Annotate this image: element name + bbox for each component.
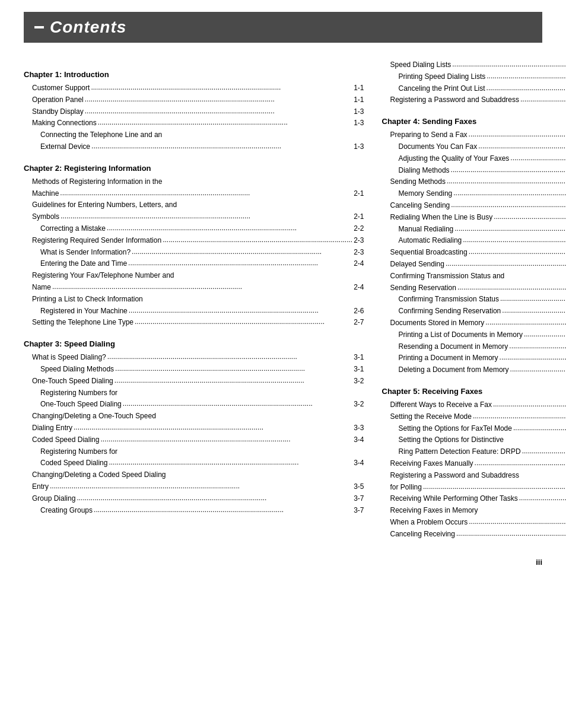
entry-text: Confirming Transmission Status and xyxy=(390,271,505,282)
left-column: Chapter 1: IntroductionCustomer Support.… xyxy=(24,59,364,540)
entry-page: 1-1 xyxy=(354,82,364,94)
toc-entry: Canceling Receiving.....................… xyxy=(382,529,566,541)
entry-page: 3-7 xyxy=(354,493,364,505)
entry-text: Adjusting the Quality of Your Faxes xyxy=(399,153,510,165)
entry-dots: ........................................… xyxy=(100,434,352,446)
entry-text: Setting the Receive Mode xyxy=(390,411,472,423)
toc-entry: Coded Speed Dialing.....................… xyxy=(24,457,364,469)
entry-text: Group Dialing xyxy=(32,493,75,505)
entry-text: What is Sender Information? xyxy=(40,247,131,259)
entry-dots: ........................................… xyxy=(520,94,566,106)
entry-text: Setting the Options for Distinctive xyxy=(399,434,504,446)
entry-page: 3-4 xyxy=(354,457,364,469)
entry-page: 3-5 xyxy=(354,481,364,493)
entry-text: Delayed Sending xyxy=(390,259,444,271)
toc-entry: for Polling.............................… xyxy=(382,482,566,494)
entry-dots: ........................................… xyxy=(524,329,566,341)
toc-entry: Registering a Password and Subaddress...… xyxy=(382,94,566,106)
entry-text: Preparing to Send a Fax xyxy=(390,129,468,141)
toc-entry: What is Sender Information?.............… xyxy=(24,247,364,259)
toc-entry: Connecting the Telephone Line and an xyxy=(24,129,364,141)
entry-dots: ........................................… xyxy=(98,117,352,129)
toc-entry: Making Connections......................… xyxy=(24,117,364,129)
entry-text: Confirming Sending Reservation xyxy=(399,306,501,317)
entry-text: Entry xyxy=(32,481,49,493)
entry-page: 2-4 xyxy=(354,258,364,270)
toc-entry: Confirming Sending Reservation..........… xyxy=(382,306,566,317)
entry-text: Canceling Sending xyxy=(390,200,450,212)
entry-page: 3-1 xyxy=(354,364,364,376)
toc-entry: Setting the Telephone Line Type.........… xyxy=(24,317,364,329)
entry-text: Automatic Redialing xyxy=(399,235,462,247)
entry-text: for Polling xyxy=(390,482,422,494)
entry-dots: ........................................… xyxy=(52,281,352,293)
toc-entry: Setting the Options for FaxTel Mode.....… xyxy=(382,423,566,435)
entry-page: 1-3 xyxy=(354,117,364,129)
entry-dots: ........................................… xyxy=(502,305,566,317)
toc-entry: Automatic Redialing.....................… xyxy=(382,235,566,247)
toc-entry: Setting the Receive Mode................… xyxy=(382,411,566,423)
entry-dots: ........................................… xyxy=(494,211,566,223)
entry-dots: ........................................… xyxy=(109,457,352,469)
entry-dots: ........................................… xyxy=(473,411,566,422)
entry-page: 2-2 xyxy=(354,223,364,235)
toc-entry: Canceling Sending.......................… xyxy=(382,200,566,212)
entry-page: 3-3 xyxy=(354,422,364,434)
toc-entry: One-Touch Speed Dialing.................… xyxy=(24,376,364,387)
toc-entry: Guidelines for Entering Numbers, Letters… xyxy=(24,199,364,211)
toc-entry: Confirming Transmission Status..........… xyxy=(382,294,566,306)
entry-dots: ........................................… xyxy=(447,176,566,187)
entry-text: When a Problem Occurs xyxy=(390,517,468,529)
entry-dots: ........................................… xyxy=(493,399,566,411)
entry-text: Name xyxy=(32,282,51,294)
entry-page: 2-1 xyxy=(354,188,364,200)
entry-page: 1-1 xyxy=(354,94,364,106)
entry-page: 2-3 xyxy=(354,247,364,259)
entry-page: 1-3 xyxy=(354,106,364,118)
entry-text: Documents You Can Fax xyxy=(399,141,478,153)
entry-text: Registering a Password and Subaddress xyxy=(390,470,519,482)
toc-entry: Registering a Password and Subaddress xyxy=(382,470,566,482)
toc-entry: External Device.........................… xyxy=(24,141,364,153)
toc-entry: Different Ways to Receive a Fax.........… xyxy=(382,399,566,411)
entry-text: Printing a List of Documents in Memory xyxy=(399,329,523,341)
toc-entry: Coded Speed Dialing.....................… xyxy=(24,434,364,446)
entry-page: 2-1 xyxy=(354,211,364,223)
entry-dots: ........................................… xyxy=(128,257,352,269)
toc-entry: Deleting a Document from Memory.........… xyxy=(382,364,566,376)
entry-page: 2-7 xyxy=(354,317,364,329)
entry-text: Setting the Options for FaxTel Mode xyxy=(399,423,512,435)
entry-text: Manual Redialing xyxy=(399,224,454,236)
entry-page: 3-1 xyxy=(354,352,364,364)
entry-text: One-Touch Speed Dialing xyxy=(40,399,122,411)
toc-entry: Receiving While Performing Other Tasks..… xyxy=(382,493,566,505)
entry-text: Printing Speed Dialing Lists xyxy=(399,71,486,83)
entry-text: What is Speed Dialing? xyxy=(32,352,106,364)
entry-dots: ........................................… xyxy=(469,516,566,528)
entry-dots: ........................................… xyxy=(123,398,352,410)
entry-text: Operation Panel xyxy=(32,94,84,106)
entry-text: Deleting a Document from Memory xyxy=(399,364,509,376)
page-footer: iii xyxy=(24,552,542,567)
entry-text: Standby Display xyxy=(32,106,84,118)
toc-entry: Registered in Your Machine..............… xyxy=(24,306,364,317)
entry-dots: ........................................… xyxy=(423,481,566,493)
toc-entry: Sending Reservation.....................… xyxy=(382,282,566,294)
entry-text: Receiving Faxes in Memory xyxy=(390,505,478,517)
entry-dots: ........................................… xyxy=(485,317,566,329)
entry-text: Connecting the Telephone Line and an xyxy=(40,129,162,141)
entry-text: Customer Support xyxy=(32,82,90,94)
chapter-title: Chapter 5: Receiving Faxes xyxy=(382,387,566,396)
entry-dots: ........................................… xyxy=(85,94,352,106)
entry-page: 3-4 xyxy=(354,434,364,446)
toc-entry: Printing Speed Dialing Lists............… xyxy=(382,71,566,83)
toc-entry: Receiving Faxes Manually................… xyxy=(382,458,566,470)
entry-text: Machine xyxy=(32,188,59,200)
entry-page: 3-2 xyxy=(354,376,364,387)
right-column: Speed Dialing Lists.....................… xyxy=(382,59,566,540)
entry-text: Dialing Entry xyxy=(32,422,72,434)
toc-entry: Printing a List of Documents in Memory..… xyxy=(382,329,566,341)
entry-text: Guidelines for Entering Numbers, Letters… xyxy=(32,199,177,211)
toc-entry: Entry...................................… xyxy=(24,481,364,493)
entry-dots: ........................................… xyxy=(60,187,352,199)
